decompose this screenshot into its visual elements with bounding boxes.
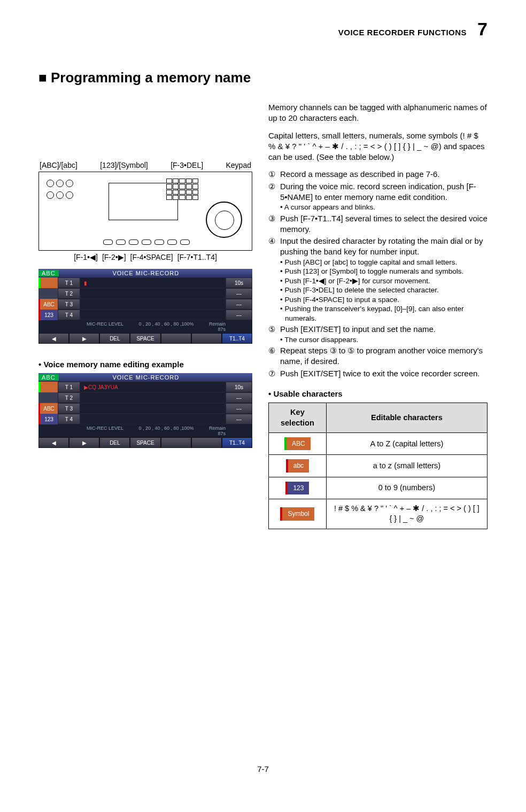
step-text: Push [EXIT/SET] to input and set the nam… bbox=[280, 324, 488, 335]
table-cell-chars: 0 to 9 (numbers) bbox=[326, 477, 487, 499]
step-text: Input the desired character by rotating … bbox=[280, 236, 488, 258]
lcd2-title: VOICE MIC-RECORD bbox=[59, 374, 233, 381]
table-cell-chars: ! # $ % & ¥ ? " ' ` ^ + – ✱ / . , : ; = … bbox=[326, 499, 487, 529]
diagram-callouts-bottom: [F-1•◀] [F-2•▶] [F-4•SPACE] [F-7•T1..T4] bbox=[38, 253, 252, 261]
step-number: ⑤ bbox=[268, 324, 280, 335]
step-text: Record a message as described in page 7-… bbox=[280, 169, 488, 180]
lcd-memory-label: T 3 bbox=[58, 403, 80, 414]
example-heading: • Voice memory name editing example bbox=[38, 360, 252, 369]
step-text: Push [EXIT/SET] twice to exit the voice … bbox=[280, 368, 488, 379]
callout-123: [123]/[Symbol] bbox=[100, 161, 148, 169]
intro-paragraph-1: Memory channels can be tagged with alpha… bbox=[268, 102, 488, 124]
callout-abc: [ABC]/[abc] bbox=[40, 161, 78, 169]
table-cell-chars: A to Z (capital letters) bbox=[326, 433, 487, 455]
diagram-callouts-top: [ABC]/[abc] [123]/[Symbol] [F-3•DEL] Key… bbox=[38, 161, 252, 169]
lcd-memory-content bbox=[80, 299, 226, 310]
lcd-memory-label: T 4 bbox=[58, 310, 80, 320]
lcd-meter-label: MIC-REC LEVEL bbox=[87, 321, 123, 332]
table-cell-key: ABC bbox=[269, 433, 327, 455]
table-header-key: Key selection bbox=[269, 403, 327, 433]
table-header-chars: Editable characters bbox=[326, 403, 487, 433]
step-sub-bullet: • Push [F-3•DEL] to delete the selected … bbox=[280, 285, 488, 295]
lcd-side-tab: 123 bbox=[38, 414, 58, 424]
table-cell-chars: a to z (small letters) bbox=[326, 455, 487, 477]
lcd-memory-label: T 4 bbox=[58, 414, 80, 424]
step-number: ③ bbox=[268, 213, 280, 235]
lcd-memory-content: ▶CQ JA3YUA bbox=[80, 382, 226, 392]
step-sub-bullet: • Push [F-4•SPACE] to input a space. bbox=[280, 295, 488, 305]
usable-chars-heading: • Usable characters bbox=[268, 389, 488, 399]
callout-del: [F-3•DEL] bbox=[171, 161, 203, 169]
lcd-fkey: SPACE bbox=[130, 333, 160, 344]
lcd-fkey: T1..T4 bbox=[222, 333, 252, 344]
step-number: ② bbox=[268, 181, 280, 203]
step-sub-bullet: • Push [123] or [Symbol] to toggle numer… bbox=[280, 267, 488, 276]
step-number: ① bbox=[268, 169, 280, 180]
lcd-memory-duration: 10s bbox=[226, 382, 252, 392]
lcd2-meter-ticks: 0 , 20 , 40 , 60 , 80 ,100% bbox=[138, 426, 194, 436]
lcd-fkey: ▶ bbox=[69, 333, 99, 344]
lcd-memory-content bbox=[80, 414, 226, 424]
lcd-memory-content bbox=[80, 392, 226, 403]
lcd-mode-indicator: ABC bbox=[38, 270, 59, 276]
lcd-fkey: DEL bbox=[99, 333, 130, 344]
lcd-title: VOICE MIC-RECORD bbox=[59, 270, 233, 276]
lcd-fkey: SPACE bbox=[130, 437, 160, 448]
callout-keypad: Keypad bbox=[226, 161, 251, 169]
lcd2-meter-label: MIC-REC LEVEL bbox=[87, 426, 123, 436]
step-sub-bullet: • Push [F-1•◀] or [F-2•▶] for cursor mov… bbox=[280, 276, 488, 286]
lcd-screenshot-2: ABC VOICE MIC-RECORD T 1▶CQ JA3YUA10sT 2… bbox=[38, 373, 252, 448]
table-cell-key: 123 bbox=[269, 477, 327, 499]
lcd-memory-content bbox=[80, 403, 226, 414]
step-number: ⑥ bbox=[268, 345, 280, 367]
lcd-memory-duration: 10s bbox=[226, 277, 252, 288]
step-text: Push [F-7•T1..T4] several times to selec… bbox=[280, 213, 488, 235]
lcd-memory-content: ▮ bbox=[80, 277, 226, 288]
lcd-remain-label: Remain bbox=[209, 321, 226, 327]
step-sub-bullet: • A cursor appears and blinks. bbox=[280, 203, 488, 212]
page-number: 7-7 bbox=[38, 764, 488, 774]
lcd-fkey: DEL bbox=[99, 437, 130, 448]
step-text: During the voice mic. record screen indi… bbox=[280, 181, 488, 203]
lcd-memory-label: T 1 bbox=[58, 277, 80, 288]
transceiver-diagram bbox=[38, 172, 252, 251]
intro-paragraph-2: Capital letters, small letters, numerals… bbox=[268, 130, 488, 163]
usable-characters-table: Key selection Editable characters ABCA t… bbox=[268, 403, 488, 529]
callout-f2: [F-2•▶] bbox=[102, 253, 126, 261]
lcd-fkey bbox=[191, 333, 222, 344]
lcd-fkey: ◀ bbox=[38, 437, 69, 448]
callout-f4: [F-4•SPACE] bbox=[130, 253, 173, 261]
lcd-memory-content bbox=[80, 288, 226, 299]
callout-f7: [F-7•T1..T4] bbox=[177, 253, 217, 261]
callout-f1: [F-1•◀] bbox=[74, 253, 98, 261]
lcd-memory-duration: --- bbox=[226, 392, 252, 403]
lcd-memory-label: T 1 bbox=[58, 382, 80, 392]
lcd-memory-duration: --- bbox=[226, 310, 252, 320]
lcd-meter-ticks: 0 , 20 , 40 , 60 , 80 ,100% bbox=[138, 321, 194, 332]
lcd2-remain-value: 87s bbox=[218, 431, 226, 436]
lcd-side-tab: ABC bbox=[38, 299, 58, 310]
lcd-side-tab: 123 bbox=[38, 310, 58, 320]
lcd-memory-duration: --- bbox=[226, 299, 252, 310]
lcd-fkey bbox=[161, 437, 191, 448]
lcd-memory-label: T 3 bbox=[58, 299, 80, 310]
lcd-memory-duration: --- bbox=[226, 288, 252, 299]
page-header: VOICE RECORDER FUNCTIONS 7 bbox=[38, 19, 488, 40]
lcd-fkey bbox=[191, 437, 222, 448]
table-cell-key: Symbol bbox=[269, 499, 327, 529]
step-sub-bullet: • Push [ABC] or [abc] to toggle capital … bbox=[280, 258, 488, 267]
lcd-side-tab bbox=[38, 288, 58, 299]
lcd-side-tab bbox=[38, 382, 58, 392]
key-selection-button: abc bbox=[286, 459, 309, 472]
section-heading: ■ Programming a memory name bbox=[38, 69, 488, 86]
lcd-fkey: T1..T4 bbox=[222, 437, 252, 448]
lcd-screenshot-1: ABC VOICE MIC-RECORD T 1▮10sT 2---ABCT 3… bbox=[38, 269, 252, 344]
step-sub-bullet: • Pushing the transceiver's keypad, [0]–… bbox=[280, 304, 488, 323]
lcd-fkey bbox=[161, 333, 191, 344]
step-number: ④ bbox=[268, 236, 280, 258]
lcd-remain-value: 87s bbox=[218, 327, 226, 332]
step-text: Repeat steps ③ to ⑤ to program another v… bbox=[280, 345, 488, 367]
lcd-memory-duration: --- bbox=[226, 403, 252, 414]
lcd-side-tab bbox=[38, 392, 58, 403]
lcd-memory-content bbox=[80, 310, 226, 320]
